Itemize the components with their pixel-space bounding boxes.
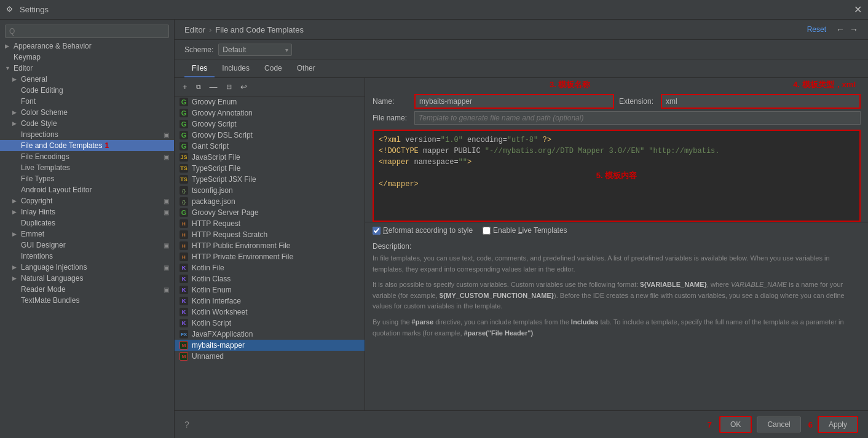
http-icon: H [180,252,188,261]
forward-button[interactable]: → [850,25,858,34]
list-item-mybatis[interactable]: M mybaits-mapper [175,340,365,351]
remove-template-button[interactable]: — [207,80,221,93]
arrow-icon: ▶ [5,43,12,49]
sidebar-item-live-templates[interactable]: Live Templates [0,162,174,173]
list-item[interactable]: K Kotlin Enum [175,284,365,295]
scheme-row: Scheme: Default Project ▾ [175,40,868,60]
sidebar-item-label: Copyright [21,197,52,205]
sidebar-item-file-types[interactable]: File Types [0,173,174,184]
reformat-checkbox-wrap[interactable]: Reformat according to style [373,226,473,235]
list-item[interactable]: G Groovy Server Page [175,207,365,218]
sidebar-item-appearance[interactable]: ▶ Appearance & Behavior [0,41,174,52]
list-item[interactable]: {} package.json [175,196,365,207]
http-icon: H [180,219,188,228]
scheme-select[interactable]: Default Project [218,44,292,56]
sidebar-item-font[interactable]: Font [0,96,174,107]
filename-input[interactable] [414,111,861,125]
list-item[interactable]: {} tsconfig.json [175,185,365,196]
list-item[interactable]: H HTTP Request [175,218,365,229]
list-item[interactable]: JS JavaScript File [175,152,365,163]
sidebar-item-file-templates[interactable]: File and Code Templates 1 [0,140,174,151]
sidebar-item-duplicates[interactable]: Duplicates [0,217,174,229]
js-icon: JS [180,153,188,162]
reset-file-button[interactable]: ⊟ [223,81,235,93]
sidebar-item-gui-designer[interactable]: GUI Designer ▣ [0,240,174,251]
list-item[interactable]: K Kotlin Class [175,273,365,284]
sidebar-item-intentions[interactable]: Intentions [0,251,174,262]
sidebar-item-copyright[interactable]: ▶ Copyright ▣ [0,195,174,206]
arrow-icon: ▶ [12,275,20,281]
reformat-checkbox[interactable] [373,227,381,235]
annotation-4: 4. 模板类型，xml [793,79,856,90]
groovy-icon: G [180,120,188,128]
list-item[interactable]: G Groovy Annotation [175,108,365,119]
list-item[interactable]: K Kotlin Script [175,318,365,329]
live-templates-checkbox[interactable] [483,227,491,235]
list-item[interactable]: TS TypeScript JSX File [175,174,365,185]
sidebar-item-natural-languages[interactable]: ▶ Natural Languages [0,273,174,284]
ok-button[interactable]: OK [719,416,752,433]
tab-code[interactable]: Code [257,60,290,77]
list-item[interactable]: K Kotlin File [175,262,365,273]
undo-button[interactable]: ↩ [237,80,250,93]
help-button[interactable]: ? [184,420,189,429]
sidebar-item-keymap[interactable]: Keymap [0,52,174,63]
copy-template-button[interactable]: ⧉ [193,81,204,93]
cancel-button[interactable]: Cancel [757,416,800,432]
list-item[interactable]: G Groovy Script [175,119,365,130]
tab-files[interactable]: Files [184,60,215,77]
sidebar-item-editor[interactable]: ▼ Editor [0,63,174,74]
sidebar-item-general[interactable]: ▶ General [0,74,174,85]
reset-button[interactable]: Reset [807,25,826,34]
live-templates-label: Enable Live Templates [493,226,567,235]
add-template-button[interactable]: + [180,80,191,93]
groovy-icon: G [180,142,188,151]
tab-includes[interactable]: Includes [215,60,257,77]
sidebar-item-reader-mode[interactable]: Reader Mode ▣ [0,284,174,295]
list-item[interactable]: H HTTP Request Scratch [175,229,365,240]
sidebar: ▶ Appearance & Behavior Keymap ▼ Editor … [0,20,175,438]
list-item[interactable]: G Gant Script [175,141,365,152]
sidebar-item-label: File Types [21,174,54,183]
sidebar-item-android-layout[interactable]: Android Layout Editor [0,184,174,195]
fx-icon: FX [180,330,188,338]
sidebar-item-language-injections[interactable]: ▶ Language Injections ▣ [0,262,174,273]
sidebar-item-file-encodings[interactable]: File Encodings ▣ [0,151,174,162]
groovy-icon: G [180,98,188,106]
kotlin-icon: K [180,286,188,294]
sidebar-item-inspections[interactable]: Inspections ▣ [0,129,174,140]
close-button[interactable]: ✕ [854,4,862,15]
sidebar-item-textmate[interactable]: TextMate Bundles [0,295,174,306]
description-title: Description: [373,242,861,251]
list-item[interactable]: G Groovy Enum [175,96,365,108]
name-input[interactable] [414,94,614,109]
http-icon: H [180,230,188,239]
sidebar-item-label: File and Code Templates [21,141,103,150]
list-item[interactable]: FX JavaFXApplication [175,329,365,340]
sidebar-item-inlay-hints[interactable]: ▶ Inlay Hints ▣ [0,206,174,217]
groovy-icon: G [180,109,188,117]
list-item[interactable]: H HTTP Private Environment File [175,251,365,262]
sidebar-item-code-editing[interactable]: Code Editing [0,85,174,96]
list-item-unnamed[interactable]: M Unnamed [175,351,365,362]
list-item[interactable]: G Groovy DSL Script [175,130,365,141]
sidebar-item-label: Live Templates [21,163,70,172]
tab-other[interactable]: Other [290,60,323,77]
extension-input[interactable] [661,94,861,109]
list-item[interactable]: K Kotlin Worksheet [175,307,365,318]
back-button[interactable]: ← [836,25,845,34]
mybatis-icon: M [180,341,188,350]
sidebar-search-input[interactable] [5,25,169,38]
apply-button[interactable]: Apply [818,416,858,433]
list-item[interactable]: H HTTP Public Environment File [175,240,365,251]
list-item[interactable]: TS TypeScript File [175,163,365,174]
live-templates-checkbox-wrap[interactable]: Enable Live Templates [483,226,567,235]
code-editor[interactable]: <?xml version="1.0" encoding="utf-8" ?> … [373,130,861,222]
sidebar-item-emmet[interactable]: ▶ Emmet [0,229,174,240]
list-item[interactable]: K Kotlin Interface [175,295,365,307]
name-row: Name: Extension: [373,94,861,109]
lang-inject-indicator: ▣ [164,264,169,271]
sidebar-item-color-scheme[interactable]: ▶ Color Scheme [0,107,174,118]
file-list: + ⧉ — ⊟ ↩ G Groovy Enum G Groovy An [175,78,365,410]
sidebar-item-code-style[interactable]: ▶ Code Style [0,118,174,129]
